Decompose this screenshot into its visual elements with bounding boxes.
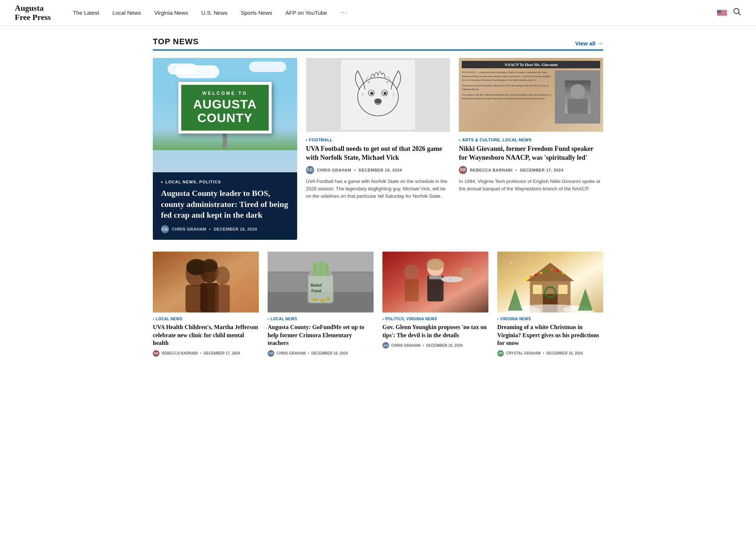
svg-rect-9 (717, 14, 727, 15)
logo-line1: Augusta (15, 4, 51, 13)
svg-rect-91 (405, 279, 419, 301)
article-3-content: ARTS & CULTURE, LOCAL NEWS Nikki Giovann… (459, 136, 603, 198)
article-2-card: FOOTBALL UVA Football needs to get out o… (306, 58, 450, 240)
bottom-cat-2: LOCAL NEWS (268, 317, 374, 321)
nav-right (717, 8, 741, 18)
svg-point-31 (720, 11, 721, 12)
svg-point-64 (202, 259, 218, 272)
nav-local-news[interactable]: Local News (112, 10, 141, 16)
us-flag-icon[interactable] (717, 10, 727, 16)
svg-point-14 (718, 10, 718, 11)
article-2-byline: CG CHRIS GRAHAM • DECEMBER 18, 2024 (306, 166, 450, 174)
article-3-card: NAACP To Host Ms. Giovanni STAUNTON — Re… (459, 58, 603, 240)
search-button[interactable] (733, 8, 741, 18)
svg-point-106 (557, 270, 559, 272)
bottom-article-3-image (382, 252, 488, 312)
svg-point-39 (719, 12, 720, 13)
nav-afp-youtube[interactable]: AFP on YouTube (285, 10, 327, 16)
nav-the-latest[interactable]: The Latest (73, 10, 99, 16)
bottom-title-4[interactable]: Dreaming of a white Christmas in Virgini… (497, 323, 603, 347)
svg-point-19 (718, 11, 718, 11)
bottom-cat-1: LOCAL NEWS (153, 317, 259, 321)
featured-article[interactable]: WELCOME TO AUGUSTA COUNTY LOCAL NEWS, PO… (153, 58, 297, 240)
article-2-date: DECEMBER 18, 2024 (359, 168, 402, 172)
svg-line-47 (739, 13, 741, 15)
bottom-date-3: DECEMBER 16, 2024 (426, 343, 463, 348)
featured-date: DECEMBER 18, 2024 (214, 227, 257, 231)
svg-point-38 (719, 12, 719, 13)
featured-byline: CG CHRIS GRAHAM • DECEMBER 18, 2024 (161, 225, 289, 233)
logo-line2: Free Press (15, 13, 51, 22)
bottom-title-3[interactable]: Gov. Glenn Youngkin proposes 'no tax on … (382, 323, 488, 339)
svg-point-87 (441, 276, 463, 282)
bottom-avatar-1: RB (153, 350, 159, 357)
featured-author-avatar: CG (161, 225, 169, 233)
svg-point-21 (719, 11, 720, 11)
svg-point-18 (721, 10, 721, 11)
svg-rect-98 (559, 285, 568, 294)
svg-point-102 (535, 274, 537, 276)
svg-point-89 (427, 259, 444, 270)
svg-point-40 (720, 12, 721, 13)
svg-point-113 (511, 262, 512, 263)
article-3-image: NAACP To Host Ms. Giovanni STAUNTON — Re… (459, 58, 603, 132)
nav-sports-news[interactable]: Sports News (241, 10, 272, 16)
svg-point-81 (326, 298, 331, 300)
top-news-grid: WELCOME TO AUGUSTA COUNTY LOCAL NEWS, PO… (153, 58, 603, 240)
article-2-excerpt: UVA Football has a game with Norfolk Sta… (306, 178, 450, 200)
nav-virginia-news[interactable]: Virginia News (154, 10, 188, 16)
svg-rect-97 (533, 285, 542, 294)
bottom-title-2[interactable]: Augusta County: GoFundMe set up to help … (268, 323, 374, 347)
bottom-avatar-2: CG (268, 350, 274, 357)
svg-point-25 (719, 11, 719, 11)
bottom-article-2-image: Relief Fund (268, 252, 374, 312)
sign-welcome: WELCOME TO (193, 91, 257, 96)
svg-rect-11 (717, 15, 727, 15)
svg-rect-74 (313, 263, 318, 276)
svg-point-36 (721, 12, 721, 12)
bottom-date-4: DECEMBER 16, 2024 (546, 351, 583, 355)
svg-point-29 (719, 11, 719, 12)
svg-point-34 (719, 12, 719, 12)
article-2-title[interactable]: UVA Football needs to get out of that 20… (306, 144, 450, 162)
featured-title: Augusta County leader to BOS, county adm… (161, 188, 289, 221)
bottom-article-1-image (153, 252, 259, 312)
svg-point-35 (720, 12, 720, 12)
svg-point-22 (720, 11, 721, 11)
bottom-byline-2: CG CHRIS GRAHAM • DECEMBER 16, 2024 (268, 350, 374, 357)
article-2-author: CHRIS GRAHAM (317, 168, 351, 172)
bottom-news-grid: LOCAL NEWS UVA Health Children's, Martha… (153, 252, 603, 357)
svg-rect-7 (717, 13, 727, 14)
bottom-author-4: CRYSTAL GRAHAM (506, 351, 541, 355)
svg-point-16 (719, 10, 719, 11)
svg-point-23 (718, 11, 718, 11)
article-3-category: ARTS & CULTURE, LOCAL NEWS (459, 138, 603, 142)
svg-point-59 (215, 266, 230, 285)
svg-rect-48 (341, 60, 415, 130)
top-news-header: TOP NEWS View all → (153, 37, 603, 51)
svg-point-104 (546, 270, 548, 272)
bottom-title-1[interactable]: UVA Health Children's, Martha Jefferson … (153, 323, 259, 347)
featured-author: CHRIS GRAHAM (172, 227, 206, 231)
svg-point-116 (592, 266, 593, 267)
svg-rect-86 (429, 276, 442, 279)
svg-point-30 (719, 11, 720, 12)
site-logo[interactable]: Augusta Free Press (15, 4, 51, 21)
bottom-date-2: DECEMBER 16, 2024 (311, 351, 348, 355)
article-3-title[interactable]: Nikki Giovanni, former Freedom Fund spea… (459, 144, 603, 162)
nav-us-news[interactable]: U.S. News (201, 10, 227, 16)
svg-point-20 (719, 11, 719, 11)
svg-point-53 (384, 92, 386, 95)
svg-point-43 (719, 13, 719, 13)
svg-point-90 (404, 265, 419, 279)
bottom-article-3: POLITICS, VIRGINIA NEWS Gov. Glenn Young… (382, 252, 488, 357)
svg-point-105 (551, 268, 553, 270)
svg-point-27 (721, 11, 721, 11)
bottom-author-1: REBECCA BARNABI (162, 351, 198, 355)
svg-point-26 (720, 11, 720, 11)
view-all-link[interactable]: View all → (575, 40, 603, 46)
article-2-category: FOOTBALL (306, 138, 450, 142)
svg-point-42 (718, 13, 719, 13)
article-3-date: DECEMBER 17, 2024 (520, 168, 563, 172)
nav-more-button[interactable]: ··· (340, 9, 348, 17)
